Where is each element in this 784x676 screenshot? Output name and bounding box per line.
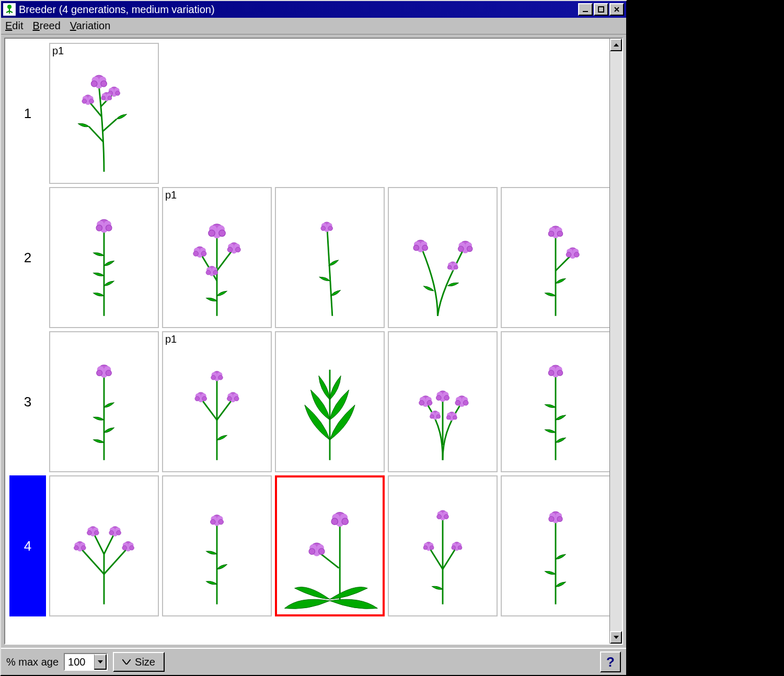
help-button[interactable]: ? [600, 651, 621, 672]
plant-cell[interactable]: p1 [162, 331, 272, 472]
statusbar: % max age Size ? [1, 648, 626, 675]
plant-icon [278, 483, 382, 613]
plant-cell[interactable] [49, 187, 159, 328]
vertical-scrollbar[interactable] [609, 39, 622, 644]
plant-cell[interactable] [501, 331, 609, 472]
plant-icon [278, 340, 382, 470]
generations-grid: 1p12p13p14 [5, 39, 609, 621]
app-icon [3, 3, 16, 16]
breeder-window: Breeder (4 generations, medium variation… [0, 0, 627, 676]
plant-cell[interactable] [275, 475, 385, 616]
plant-icon [52, 195, 156, 326]
plant-cell[interactable] [388, 331, 498, 472]
close-button[interactable] [609, 3, 624, 16]
size-button[interactable]: Size [113, 652, 165, 672]
max-age-label: % max age [6, 656, 59, 668]
generation-label-3[interactable]: 3 [9, 331, 46, 472]
plant-icon [52, 484, 156, 614]
empty-cell [275, 43, 385, 184]
plant-icon [390, 195, 495, 326]
plant-cell[interactable]: p1 [49, 43, 159, 184]
plant-cell[interactable] [388, 475, 498, 616]
plant-icon [278, 195, 382, 326]
plant-icon [503, 340, 608, 470]
menubar: Edit Breed Variation [1, 18, 626, 34]
empty-cell [388, 43, 498, 184]
plant-cell[interactable] [501, 475, 609, 616]
generation-label-4[interactable]: 4 [9, 475, 46, 616]
scroll-down-button[interactable] [610, 631, 622, 644]
plant-cell[interactable] [275, 187, 385, 328]
svg-rect-8 [598, 7, 604, 12]
plant-cell[interactable] [49, 475, 159, 616]
maximize-button[interactable] [594, 3, 608, 16]
generation-label-1[interactable]: 1 [9, 43, 46, 184]
empty-cell [162, 43, 272, 184]
plant-icon [52, 51, 156, 182]
plant-cell[interactable] [162, 475, 272, 616]
svg-rect-7 [583, 11, 588, 12]
generation-label-2[interactable]: 2 [9, 187, 46, 328]
plant-cell[interactable] [388, 187, 498, 328]
minimize-button[interactable] [578, 3, 593, 16]
plant-icon [503, 195, 608, 326]
empty-cell [501, 43, 609, 184]
content-area: 1p12p13p14 [4, 38, 623, 645]
plant-cell[interactable]: p1 [162, 187, 272, 328]
plant-icon [165, 484, 269, 614]
menu-edit[interactable]: Edit [5, 20, 23, 32]
menu-variation[interactable]: Variation [70, 20, 110, 32]
plant-icon [390, 484, 495, 614]
menu-breed[interactable]: Breed [32, 20, 60, 32]
svg-point-6 [7, 5, 11, 9]
plant-cell[interactable] [501, 187, 609, 328]
plant-icon [165, 195, 269, 326]
plant-cell[interactable] [275, 331, 385, 472]
titlebar[interactable]: Breeder (4 generations, medium variation… [1, 1, 626, 18]
plant-cell[interactable] [49, 331, 159, 472]
max-age-combo[interactable] [64, 653, 108, 671]
plant-icon [390, 340, 495, 470]
max-age-input[interactable] [65, 655, 94, 669]
chevron-down-icon[interactable] [94, 654, 107, 670]
plant-icon [503, 484, 608, 614]
plant-icon [52, 340, 156, 470]
window-title: Breeder (4 generations, medium variation… [19, 4, 578, 16]
plant-icon [165, 340, 269, 470]
scroll-track[interactable] [610, 51, 622, 631]
chevron-down-icon [122, 659, 131, 665]
scroll-up-button[interactable] [610, 39, 622, 51]
